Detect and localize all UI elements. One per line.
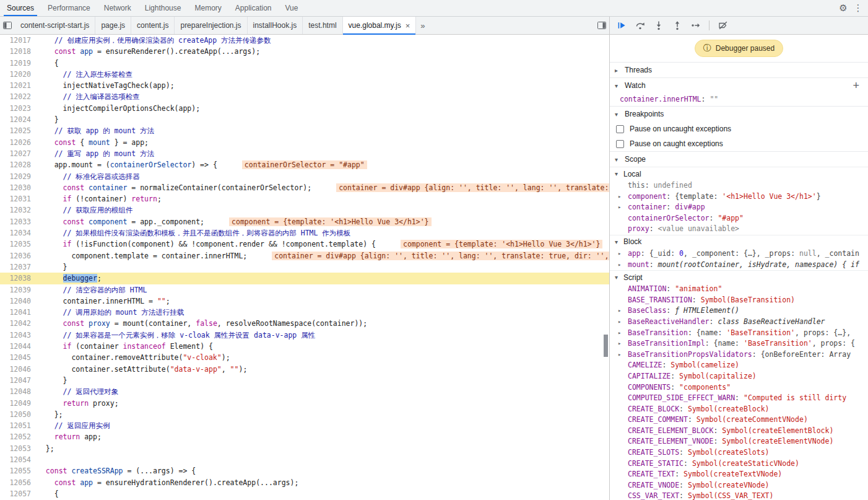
line-number[interactable]: 12033 (0, 216, 37, 227)
line-number[interactable]: 12049 (0, 398, 37, 409)
line-number[interactable]: 12017 (0, 35, 37, 46)
watch-section-header[interactable]: ▾ Watch + (610, 77, 868, 93)
expand-arrow-icon[interactable]: ▸ (618, 338, 621, 349)
scope-item[interactable]: CREATE_VNODE: Symbol(createVNode) (610, 480, 868, 491)
toggle-debugger-panel-icon[interactable] (594, 18, 609, 33)
file-tab[interactable]: content.js (131, 17, 175, 34)
main-tab-memory[interactable]: Memory (188, 0, 228, 16)
line-number[interactable]: 12047 (0, 375, 37, 386)
expand-arrow-icon[interactable]: ▸ (618, 328, 621, 339)
toggle-navigator-icon[interactable] (0, 18, 15, 33)
scope-item[interactable]: ▸container: div#app (610, 202, 868, 213)
step-button[interactable] (687, 18, 704, 33)
line-number[interactable]: 12050 (0, 409, 37, 420)
watch-expression[interactable]: container.innerHTML: "" (610, 93, 868, 106)
scope-item[interactable]: CREATE_SLOTS: Symbol(createSlots) (610, 447, 868, 458)
scope-item[interactable]: ▸BaseTransition: {name: 'BaseTransition'… (610, 328, 868, 339)
line-number[interactable]: 12022 (0, 91, 37, 102)
expand-arrow-icon[interactable]: ▸ (618, 260, 621, 271)
line-number[interactable]: 12054 (0, 454, 37, 465)
line-number[interactable]: 12052 (0, 431, 37, 442)
line-number[interactable]: 12041 (0, 307, 37, 318)
line-number[interactable]: 12036 (0, 250, 37, 261)
main-tab-application[interactable]: Application (228, 0, 279, 16)
expand-arrow-icon[interactable]: ▸ (618, 248, 621, 260)
main-tab-network[interactable]: Network (97, 0, 138, 16)
main-tab-performance[interactable]: Performance (41, 0, 97, 16)
scope-group-script[interactable]: ▾Script (610, 270, 868, 284)
expand-arrow-icon[interactable]: ▸ (618, 191, 621, 203)
scope-item[interactable]: COMPUTED_SIDE_EFFECT_WARN: "Computed is … (610, 393, 868, 404)
file-tab[interactable]: page.js (95, 17, 131, 34)
file-tab[interactable]: prepareInjection.js (175, 17, 247, 34)
line-number[interactable]: 12027 (0, 148, 37, 159)
scope-item[interactable]: ▸BaseTransitionPropsValidators: {onBefor… (610, 349, 868, 361)
scope-item[interactable]: ▸BaseClass: ƒ HTMLElement() (610, 305, 868, 317)
scope-item[interactable]: containerOrSelector: "#app" (610, 213, 868, 224)
add-watch-expression-button[interactable]: + (853, 80, 863, 91)
step-out-button[interactable] (669, 18, 685, 33)
scope-item[interactable]: CREATE_ELEMENT_VNODE: Symbol(createEleme… (610, 436, 868, 447)
scope-section-header[interactable]: ▾ Scope (610, 151, 868, 167)
line-number[interactable]: 12042 (0, 318, 37, 329)
line-number[interactable]: 12043 (0, 330, 37, 341)
deactivate-breakpoints-button[interactable] (714, 18, 731, 33)
line-number[interactable]: 12038 (0, 273, 37, 284)
scope-item[interactable]: COMPONENTS: "components" (610, 382, 868, 393)
resume-script-button[interactable] (613, 18, 630, 33)
line-number[interactable]: 12048 (0, 386, 37, 397)
file-tab[interactable]: test.html (303, 17, 342, 34)
checkbox-1[interactable] (616, 140, 624, 148)
threads-section-header[interactable]: ▸ Threads (610, 62, 868, 77)
line-number[interactable]: 12051 (0, 420, 37, 431)
step-over-button[interactable] (631, 18, 648, 33)
scope-group-local[interactable]: ▾Local (610, 167, 868, 180)
expand-arrow-icon[interactable]: ▸ (618, 202, 621, 213)
scope-item[interactable]: CREATE_ELEMENT_BLOCK: Symbol(createEleme… (610, 426, 868, 437)
line-number[interactable]: 12025 (0, 125, 37, 136)
line-number[interactable]: 12023 (0, 103, 37, 114)
line-number[interactable]: 12057 (0, 488, 37, 499)
expand-arrow-icon[interactable]: ▸ (618, 349, 621, 361)
scope-item[interactable]: CSS_VAR_TEXT: Symbol(CSS_VAR_TEXT) (610, 491, 868, 500)
line-number[interactable]: 12040 (0, 296, 37, 307)
line-number[interactable]: 12032 (0, 204, 37, 216)
file-tab[interactable]: vue.global.my.js× (343, 17, 417, 34)
line-number[interactable]: 12021 (0, 80, 37, 91)
main-tab-lighthouse[interactable]: Lighthouse (138, 0, 188, 16)
line-number[interactable]: 12026 (0, 137, 37, 148)
file-tab[interactable]: installHook.js (248, 17, 303, 34)
scope-item[interactable]: CAPITALIZE: Symbol(capitalize) (610, 371, 868, 382)
line-number[interactable]: 12053 (0, 443, 37, 454)
main-tab-sources[interactable]: Sources (0, 0, 41, 16)
scope-item[interactable]: ▸BaseReactiveHandler: class BaseReactive… (610, 317, 868, 328)
line-number[interactable]: 12020 (0, 69, 37, 80)
checkbox-0[interactable] (616, 125, 624, 133)
scope-item[interactable]: CREATE_TEXT: Symbol(createTextVNode) (610, 469, 868, 480)
line-number[interactable]: 12019 (0, 58, 37, 69)
line-number[interactable]: 12034 (0, 227, 37, 239)
line-number[interactable]: 12028 (0, 159, 37, 170)
line-number[interactable]: 12029 (0, 171, 37, 182)
expand-arrow-icon[interactable]: ▸ (618, 317, 621, 328)
code-editor[interactable]: 12017 // 创建应用实例，使用确保渲染器的 createApp 方法并传递… (0, 35, 609, 500)
scope-item[interactable]: this: undefined (610, 180, 868, 191)
scope-item[interactable]: CREATE_COMMENT: Symbol(createCommentVNod… (610, 414, 868, 426)
line-number[interactable]: 12018 (0, 46, 37, 57)
line-number[interactable]: 12035 (0, 239, 37, 250)
expand-arrow-icon[interactable]: ▸ (618, 305, 621, 317)
line-number[interactable]: 12030 (0, 182, 37, 193)
scope-item[interactable]: ▸component: {template: '<h1>Hello Vue 3<… (610, 191, 868, 203)
scope-item[interactable]: ▸app: {_uid: 0, _component: {…}, _props:… (610, 248, 868, 260)
scope-item[interactable]: BASE_TRANSITION: Symbol(BaseTransition) (610, 295, 868, 306)
more-tabs-chevron[interactable]: » (416, 17, 429, 34)
scope-item[interactable]: ▸mount: mount(rootContainer, isHydrate, … (610, 260, 868, 271)
line-number[interactable]: 12056 (0, 477, 37, 488)
scope-item[interactable]: CREATE_STATIC: Symbol(createStaticVNode) (610, 458, 868, 470)
scope-item[interactable]: CREATE_BLOCK: Symbol(createBlock) (610, 404, 868, 415)
scope-item[interactable]: CAMELIZE: Symbol(camelize) (610, 360, 868, 371)
breakpoints-section-header[interactable]: ▾ Breakpoints (610, 106, 868, 121)
scope-item[interactable]: ▸BaseTransitionImpl: {name: 'BaseTransit… (610, 338, 868, 349)
line-number[interactable]: 12044 (0, 341, 37, 352)
line-number[interactable]: 12037 (0, 261, 37, 273)
